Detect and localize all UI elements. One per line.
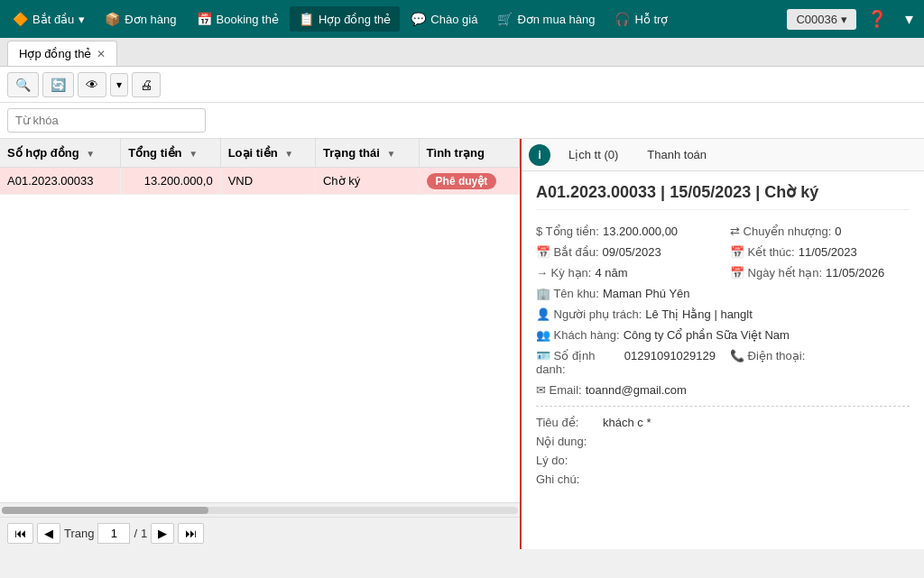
- filter-trang-thai-icon[interactable]: ▼: [386, 149, 395, 159]
- booking-the-icon: 📅: [197, 12, 212, 26]
- view-button[interactable]: 👁: [78, 72, 106, 97]
- contracts-table: Số hợp đồng ▼ Tổng tiền ▼ Loại tiền ▼: [0, 139, 520, 195]
- nav-item-chao-gia[interactable]: 💬 Chào giá: [402, 6, 486, 32]
- nav-item-bat-dau[interactable]: 🔶 Bắt đầu ▾: [4, 6, 94, 32]
- detail-tong-tien: $ Tổng tiền: 13.200.000,00: [536, 225, 716, 238]
- detail-noi-dung: Nội dung:: [536, 435, 910, 448]
- status-badge: Phê duyệt: [427, 173, 497, 189]
- detail-chuyen-nhuong: ⇄ Chuyển nhượng: 0: [730, 225, 910, 238]
- detail-email: ✉ Email: toannd@gmail.com: [536, 383, 910, 397]
- chao-gia-icon: 💬: [411, 12, 426, 26]
- page-number-input[interactable]: [97, 523, 130, 544]
- prev-page-button[interactable]: ◀: [37, 523, 60, 544]
- detail-khach-hang: 👥 Khách hàng: Công ty Cổ phần Sữa Việt N…: [536, 328, 910, 342]
- col-trang-thai: Trạng thái ▼: [315, 139, 419, 168]
- search-bar: [0, 103, 924, 139]
- detail-ket-thuc: 📅 Kết thúc: 11/05/2023: [730, 245, 910, 259]
- next-page-button[interactable]: ▶: [151, 523, 174, 544]
- detail-nguoi-phu-trach: 👤 Người phụ trách: Lê Thị Hằng | hanglt: [536, 307, 910, 321]
- cell-so-hop-dong: A01.2023.00033: [0, 168, 121, 195]
- detail-tabs: i Lịch tt (0) Thanh toán: [522, 139, 924, 171]
- refresh-button[interactable]: 🔄: [42, 72, 74, 97]
- tab-bar: Hợp đồng thẻ ✕: [0, 38, 924, 67]
- detail-divider: [536, 406, 910, 407]
- toolbar: 🔍 🔄 👁 ▾ 🖨: [0, 67, 924, 103]
- cell-tinh-trang: Phê duyệt: [419, 168, 519, 195]
- filter-tong-tien-icon[interactable]: ▼: [189, 149, 198, 159]
- nav-item-ho-tro[interactable]: 🎧 Hỗ trợ: [605, 6, 677, 32]
- table-row[interactable]: A01.2023.00033 13.200.000,0 VND Chờ ký P…: [0, 168, 520, 195]
- detail-title: A01.2023.00033 | 15/05/2023 | Chờ ký: [536, 182, 910, 210]
- detail-tab-info[interactable]: i: [529, 144, 550, 166]
- table-scroll-container[interactable]: Số hợp đồng ▼ Tổng tiền ▼ Loại tiền ▼: [0, 139, 520, 502]
- detail-bat-dau: 📅 Bắt đầu: 09/05/2023: [536, 245, 716, 259]
- detail-so-dinh-danh: 🪪 Số định danh: 01291091029129: [536, 349, 716, 376]
- filter-loai-tien-icon[interactable]: ▼: [284, 149, 293, 159]
- detail-tieu-de: Tiêu đề: khách c *: [536, 416, 910, 429]
- more-options-button[interactable]: ▾: [898, 5, 920, 32]
- tab-hop-dong-the[interactable]: Hợp đồng thẻ ✕: [7, 41, 117, 66]
- col-tong-tien: Tổng tiền ▼: [121, 139, 220, 168]
- detail-tab-lich-tt[interactable]: Lịch tt (0): [558, 142, 629, 167]
- detail-ky-han: → Kỳ hạn: 4 năm: [536, 266, 716, 280]
- nav-item-booking-the[interactable]: 📅 Booking thẻ: [188, 6, 288, 32]
- nav-item-don-hang[interactable]: 📦 Đơn hàng: [96, 6, 185, 32]
- user-menu[interactable]: C00036 ▾: [787, 9, 856, 30]
- col-tinh-trang: Tình trạng: [419, 139, 519, 168]
- help-button[interactable]: ❓: [860, 5, 894, 32]
- view-dropdown-button[interactable]: ▾: [110, 73, 128, 96]
- detail-ten-khu: 🏢 Tên khu: Maman Phú Yên: [536, 287, 910, 300]
- print-button[interactable]: 🖨: [132, 72, 161, 97]
- nav-right: C00036 ▾ ❓ ▾: [787, 5, 920, 32]
- don-hang-icon: 📦: [105, 12, 120, 26]
- top-navigation: 🔶 Bắt đầu ▾ 📦 Đơn hàng 📅 Booking thẻ 📋 H…: [0, 0, 924, 38]
- ho-tro-icon: 🎧: [614, 12, 630, 26]
- scrollbar-thumb: [2, 507, 208, 514]
- nav-item-hop-dong-the[interactable]: 📋 Hợp đồng thẻ: [290, 6, 400, 32]
- bat-dau-icon: 🔶: [13, 12, 28, 26]
- don-mua-hang-icon: 🛒: [497, 12, 513, 26]
- cell-trang-thai: Chờ ký: [315, 168, 419, 195]
- main-content: Số hợp đồng ▼ Tổng tiền ▼ Loại tiền ▼: [0, 139, 924, 549]
- tab-close-button[interactable]: ✕: [97, 48, 106, 60]
- pagination: ⏮ ◀ Trang / 1 ▶ ⏭: [0, 517, 520, 549]
- cell-loai-tien: VND: [220, 168, 315, 195]
- last-page-button[interactable]: ⏭: [178, 523, 204, 544]
- detail-tab-thanh-toan[interactable]: Thanh toán: [636, 142, 717, 167]
- hop-dong-the-icon: 📋: [299, 12, 314, 26]
- detail-panel: i Lịch tt (0) Thanh toán A01.2023.00033 …: [522, 139, 924, 549]
- search-input[interactable]: [7, 108, 206, 133]
- detail-ghi-chu: Ghi chú:: [536, 472, 910, 486]
- detail-dien-thoai: 📞 Điện thoại:: [730, 349, 910, 376]
- search-button[interactable]: 🔍: [7, 72, 39, 97]
- horizontal-scrollbar[interactable]: [0, 502, 520, 517]
- detail-ngay-het-han: 📅 Ngày hết hạn: 11/05/2026: [730, 266, 910, 280]
- detail-ly-do: Lý do:: [536, 454, 910, 467]
- col-loai-tien: Loại tiền ▼: [220, 139, 315, 168]
- detail-content: A01.2023.00033 | 15/05/2023 | Chờ ký $ T…: [522, 171, 924, 549]
- detail-grid: $ Tổng tiền: 13.200.000,00 ⇄ Chuyển nhượ…: [536, 225, 910, 397]
- col-so-hop-dong: Số hợp đồng ▼: [0, 139, 121, 168]
- table-area: Số hợp đồng ▼ Tổng tiền ▼ Loại tiền ▼: [0, 139, 522, 549]
- first-page-button[interactable]: ⏮: [7, 523, 33, 544]
- filter-so-hop-dong-icon[interactable]: ▼: [86, 149, 95, 159]
- nav-item-don-mua-hang[interactable]: 🛒 Đơn mua hàng: [488, 6, 604, 32]
- cell-tong-tien: 13.200.000,0: [121, 168, 220, 195]
- scrollbar-track: [2, 507, 518, 514]
